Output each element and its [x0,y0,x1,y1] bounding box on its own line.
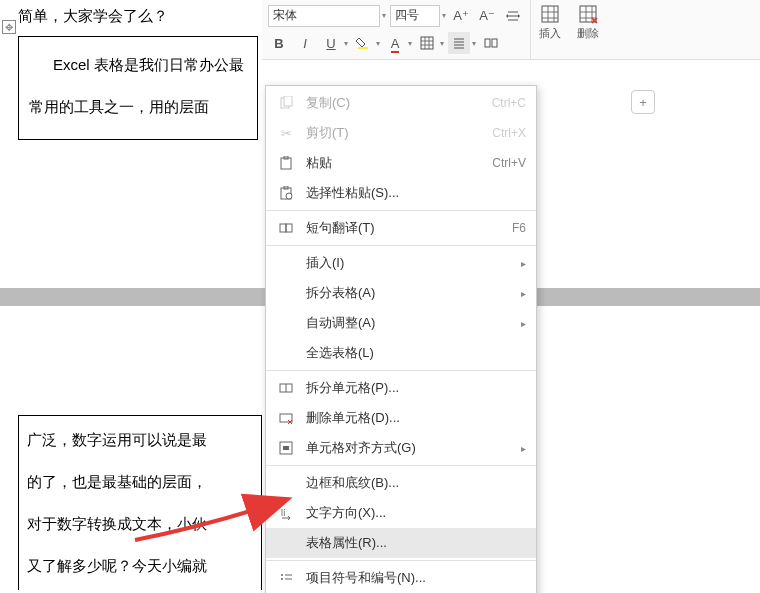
font-size-select[interactable] [390,5,440,27]
chevron-right-icon: ▸ [521,258,526,269]
insert-button[interactable]: 插入 [531,0,569,59]
chevron-down-icon[interactable]: ▾ [382,11,386,20]
menu-insert[interactable]: 插入(I) ▸ [266,248,536,278]
table-text: 常用的工具之一，用的层面 [29,93,247,121]
menu-separator [266,210,536,211]
menu-delete-cell[interactable]: 删除单元格(D)... [266,403,536,433]
table-text: 对于数字转换成文本，小伙 [27,510,253,538]
chevron-down-icon[interactable]: ▾ [376,39,380,48]
doc-text-line: 简单，大家学会了么？ [18,2,262,30]
context-menu: 复制(C) Ctrl+C ✂ 剪切(T) Ctrl+X 粘贴 Ctrl+V 选择… [265,85,537,593]
paste-icon [276,153,296,173]
bullets-icon [276,568,296,588]
bold-button[interactable]: B [268,32,290,54]
menu-auto-fit[interactable]: 自动调整(A) ▸ [266,308,536,338]
menu-bullets-numbering[interactable]: 项目符号和编号(N)... [266,563,536,593]
chevron-right-icon: ▸ [521,318,526,329]
cut-icon: ✂ [276,123,296,143]
page-break-bar [0,288,265,306]
menu-paste[interactable]: 粘贴 Ctrl+V [266,148,536,178]
menu-border-shading[interactable]: 边框和底纹(B)... [266,468,536,498]
menu-cut: ✂ 剪切(T) Ctrl+X [266,118,536,148]
table-cell[interactable]: Excel 表格是我们日常办公最 常用的工具之一，用的层面 [18,36,258,140]
delete-cell-icon [276,408,296,428]
chevron-down-icon[interactable]: ▾ [440,39,444,48]
svg-rect-16 [280,414,292,422]
chevron-down-icon[interactable]: ▾ [408,39,412,48]
svg-rect-2 [485,39,490,47]
chevron-right-icon: ▸ [521,288,526,299]
svg-point-20 [281,574,283,576]
blank-icon [276,343,296,363]
table-text: 又了解多少呢？今天小编就 [27,552,253,580]
blank-icon [276,473,296,493]
blank-icon [276,253,296,273]
table-cell[interactable]: 广泛，数字运用可以说是最 的了，也是最基础的层面， 对于数字转换成文本，小伙 又… [18,415,262,590]
menu-translate[interactable]: 短句翻译(T) F6 [266,213,536,243]
svg-rect-14 [286,224,292,232]
translate-icon [276,218,296,238]
chevron-down-icon[interactable]: ▾ [472,39,476,48]
svg-rect-4 [542,6,558,22]
ribbon-toolbar: ▾ ▾ A⁺ A⁻ B I U ▾ ▾ A ▾ ▾ [262,0,760,60]
font-color-button[interactable]: A [384,32,406,54]
delete-label: 删除 [577,26,599,41]
svg-rect-7 [284,96,292,106]
menu-split-cell[interactable]: 拆分单元格(P)... [266,373,536,403]
table-text: 广泛，数字运用可以说是最 [27,426,253,454]
menu-table-properties[interactable]: 表格属性(R)... [266,528,536,558]
line-spacing-icon[interactable] [502,5,524,27]
menu-separator [266,560,536,561]
table-icon[interactable] [416,32,438,54]
menu-select-all-table[interactable]: 全选表格(L) [266,338,536,368]
document-area-2: 广泛，数字运用可以说是最 的了，也是最基础的层面， 对于数字转换成文本，小伙 又… [18,415,264,590]
increase-font-icon[interactable]: A⁺ [450,5,472,27]
svg-rect-13 [280,224,286,232]
highlight-color-button[interactable] [352,32,374,54]
menu-paste-special[interactable]: 选择性粘贴(S)... [266,178,536,208]
menu-separator [266,465,536,466]
delete-button[interactable]: 删除 [569,0,607,59]
menu-split-table[interactable]: 拆分表格(A) ▸ [266,278,536,308]
add-column-button[interactable]: + [631,90,655,114]
svg-rect-0 [358,47,368,49]
menu-text-direction[interactable]: lí 文字方向(X)... [266,498,536,528]
blank-icon [276,283,296,303]
svg-rect-8 [281,158,291,169]
font-name-select[interactable] [268,5,380,27]
chevron-down-icon[interactable]: ▾ [344,39,348,48]
copy-icon [276,93,296,113]
underline-button[interactable]: U [320,32,342,54]
align-button[interactable] [448,32,470,54]
table-move-handle[interactable]: ✥ [2,20,16,34]
align-icon [276,438,296,458]
menu-copy: 复制(C) Ctrl+C [266,88,536,118]
table-text: Excel 表格是我们日常办公最 [29,51,247,79]
merge-cells-icon[interactable] [480,32,502,54]
svg-point-21 [281,578,283,580]
italic-button[interactable]: I [294,32,316,54]
blank-icon [276,313,296,333]
split-cell-icon [276,378,296,398]
menu-separator [266,370,536,371]
paste-special-icon [276,183,296,203]
svg-text:lí: lí [281,508,286,518]
menu-cell-align[interactable]: 单元格对齐方式(G) ▸ [266,433,536,463]
chevron-right-icon: ▸ [521,443,526,454]
svg-rect-3 [492,39,497,47]
insert-label: 插入 [539,26,561,41]
menu-separator [266,245,536,246]
page-break-bar [536,288,760,306]
table-text: 的了，也是最基础的层面， [27,468,253,496]
svg-rect-18 [283,446,289,450]
text-direction-icon: lí [276,503,296,523]
blank-icon [276,533,296,553]
svg-rect-1 [421,37,433,49]
chevron-down-icon[interactable]: ▾ [442,11,446,20]
decrease-font-icon[interactable]: A⁻ [476,5,498,27]
svg-point-12 [286,193,292,199]
